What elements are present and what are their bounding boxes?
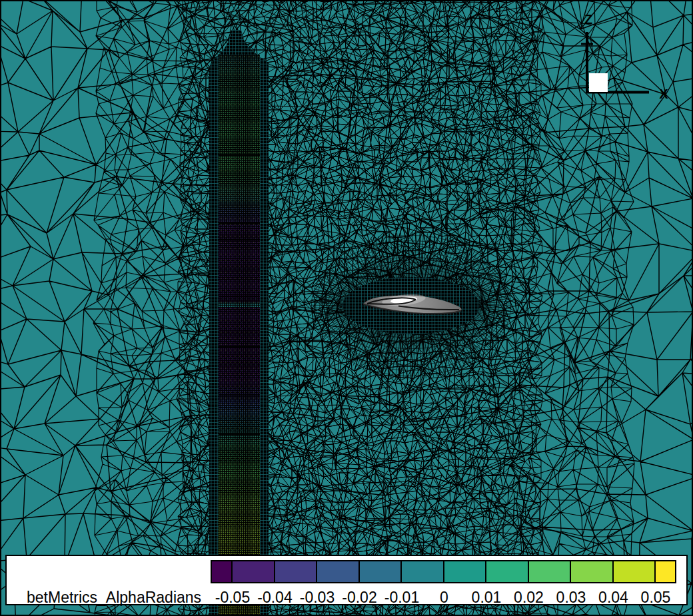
z-axis-label: Z [584, 12, 592, 27]
column-speckle [219, 55, 260, 616]
colorbar-tick-label: -0.03 [300, 589, 335, 607]
colorbar-legend: betMetrics_AlphaRadians -0.05-0.04-0.03-… [5, 555, 688, 605]
cfd-visualization-window: Z X betMetrics_AlphaRadians -0.05-0.04-0… [0, 0, 693, 616]
3d-viewport[interactable]: Z X [0, 0, 693, 616]
axes-origin-square [589, 73, 608, 92]
colorbar-tick-label: 0.04 [598, 589, 628, 607]
colorbar-tick-labels: -0.05-0.04-0.03-0.02-0.0100.010.020.030.… [7, 556, 686, 604]
colorbar-tick-label: -0.01 [384, 589, 419, 607]
colorbar-tick-label: 0 [440, 589, 448, 607]
refinement-column [209, 30, 269, 616]
colorbar-tick-label: 0.01 [472, 589, 502, 607]
colorbar-tick-label: 0.05 [641, 589, 671, 607]
colorbar-tick-label: -0.05 [215, 589, 250, 607]
x-axis-label: X [659, 87, 668, 101]
colorbar-tick-label: -0.02 [342, 589, 376, 607]
colorbar-tick-label: 0.03 [556, 589, 586, 607]
colorbar-tick-label: -0.04 [257, 589, 292, 607]
colorbar-tick-label: 0.02 [514, 589, 544, 607]
